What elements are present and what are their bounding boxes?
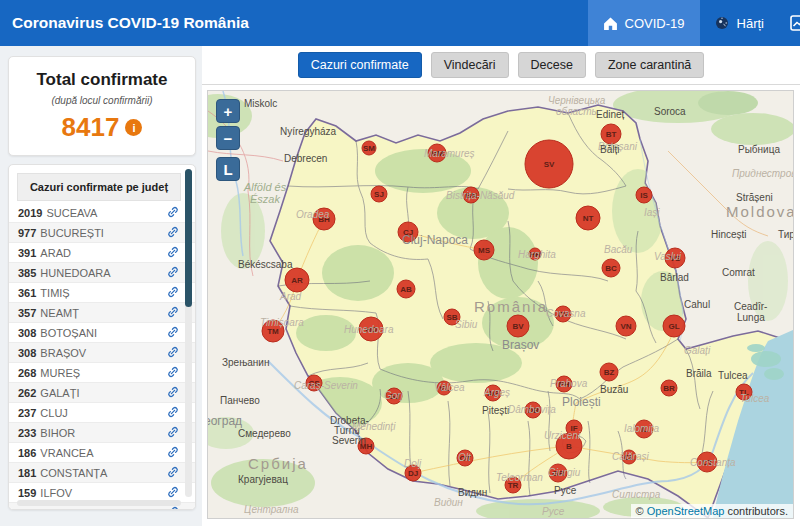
zoom-out-button[interactable]: − xyxy=(216,126,240,150)
map-label: Панчево xyxy=(220,395,260,406)
link-icon[interactable] xyxy=(167,346,179,358)
vertical-scrollbar-thumb[interactable] xyxy=(185,169,192,307)
county-count: 391 xyxy=(18,247,36,259)
navbar: Coronavirus COVID-19 România COVID-19 Hă… xyxy=(0,0,800,46)
link-icon[interactable] xyxy=(167,326,179,338)
map-label: Észak xyxy=(250,193,280,205)
link-icon[interactable] xyxy=(167,446,179,458)
map-label: Caraș-Severin xyxy=(294,380,358,391)
nav-item-label: Hărți xyxy=(737,16,764,31)
county-code-label-BZ: BZ xyxy=(604,368,615,377)
romania-map: SVBTSMMMSJBNISNTBHCJMSHRBCVSARABSBBVCVVN… xyxy=(208,91,794,518)
map-label: Arad xyxy=(279,291,302,302)
link-icon[interactable] xyxy=(167,246,179,258)
vertical-scrollbar[interactable] xyxy=(185,169,192,497)
map-label: Pyce xyxy=(554,485,577,496)
link-icon[interactable] xyxy=(167,486,179,498)
county-code-label-VN: VN xyxy=(620,322,631,331)
app-title: Coronavirus COVID-19 România xyxy=(0,14,249,32)
map-label: Bistrița-Năsăud xyxy=(446,190,515,201)
county-count: 977 xyxy=(18,227,36,239)
map-label: Buzău xyxy=(600,384,628,395)
map-label: Cahul xyxy=(684,299,710,310)
link-icon[interactable] xyxy=(167,286,179,298)
county-code-label-BC: BC xyxy=(605,264,617,273)
county-name: MUREȘ xyxy=(40,367,80,379)
nav-item-covid19[interactable]: COVID-19 xyxy=(588,0,700,46)
map-label: Teleorman xyxy=(496,472,543,483)
link-icon[interactable] xyxy=(167,306,179,318)
link-icon[interactable] xyxy=(167,506,179,510)
layers-button[interactable]: L xyxy=(216,157,240,181)
map-label: Strășeni xyxy=(736,192,773,203)
openstreetmap-link[interactable]: OpenStreetMap xyxy=(647,505,725,517)
link-icon[interactable] xyxy=(167,466,179,478)
map-label: еоград xyxy=(208,414,242,428)
county-name: NEAMȚ xyxy=(40,307,79,319)
county-count: 159 xyxy=(18,487,36,499)
county-code-label-DJ: DJ xyxy=(408,469,418,478)
total-confirmed-card: Total confirmate (după locul confirmării… xyxy=(8,56,196,156)
map-label: область xyxy=(556,106,597,117)
table-row: 391 ARAD xyxy=(9,242,195,262)
county-name: CLUJ xyxy=(40,407,68,419)
table-row: 268 MUREȘ xyxy=(9,362,195,382)
map-label: Moldova xyxy=(726,203,794,220)
map-label: Приднестровья xyxy=(732,168,794,179)
county-name: ALBA xyxy=(40,507,68,511)
map-label: Bacău xyxy=(604,244,633,255)
map-label: Tulcea xyxy=(740,393,770,404)
attribution-suffix: contributors. xyxy=(724,505,788,517)
tab-zone-carantina[interactable]: Zone carantină xyxy=(595,52,704,78)
map-label: Tulcea xyxy=(718,370,748,381)
link-icon[interactable] xyxy=(167,386,179,398)
link-icon[interactable] xyxy=(167,426,179,438)
map-canvas[interactable]: SVBTSMMMSJBNISNTBHCJMSHRBCVSARABSBBVCVVN… xyxy=(207,90,794,519)
table-row: 186 VRANCEA xyxy=(9,442,195,462)
county-table-body: 2019 SUCEAVA 977 BUCUREȘTI 391 ARAD 385 … xyxy=(9,203,195,510)
total-card-subtitle: (după locul confirmării) xyxy=(9,95,195,106)
zoom-in-button[interactable]: + xyxy=(216,99,240,123)
map-label: Bălți xyxy=(600,144,619,155)
county-count: 308 xyxy=(18,347,36,359)
map-label: Argeș xyxy=(483,387,510,398)
navbar-menu: COVID-19 Hărți xyxy=(588,0,800,46)
map-label: Смедерево xyxy=(238,428,291,439)
link-icon[interactable] xyxy=(167,366,179,378)
link-icon[interactable] xyxy=(167,206,179,218)
home-icon xyxy=(603,16,618,31)
tab-vindecari[interactable]: Vindecări xyxy=(431,52,509,78)
county-code-label-SJ: SJ xyxy=(374,190,384,199)
county-count: 262 xyxy=(18,387,36,399)
attribution-prefix: © xyxy=(636,505,647,517)
county-name: BOTOȘANI xyxy=(40,327,97,339)
county-code-label-AR: AR xyxy=(291,276,303,285)
map-label: Dolj xyxy=(404,458,422,469)
nav-item-harti[interactable]: Hărți xyxy=(700,0,779,46)
table-row: 2019 SUCEAVA xyxy=(9,203,195,222)
link-icon[interactable] xyxy=(167,226,179,238)
county-code-label-B: B xyxy=(566,442,572,451)
county-name: BRAȘOV xyxy=(40,347,86,359)
nav-item-charts[interactable] xyxy=(779,0,800,46)
map-label: Рыбница xyxy=(738,144,780,155)
map-label: Severin xyxy=(332,435,366,446)
county-code-label-BR: BR xyxy=(663,384,675,393)
link-icon[interactable] xyxy=(167,406,179,418)
county-name: VRANCEA xyxy=(40,447,93,459)
county-name: GALAȚI xyxy=(40,387,79,399)
table-row: 357 NEAMȚ xyxy=(9,302,195,322)
map-label: Mehedinți xyxy=(352,421,396,432)
tab-decese[interactable]: Decese xyxy=(518,52,586,78)
info-icon[interactable]: i xyxy=(125,119,142,136)
tab-cazuri-confirmate[interactable]: Cazuri confirmate xyxy=(298,52,422,78)
horizontal-scrollbar[interactable] xyxy=(17,500,181,506)
table-row: 308 BRAȘOV xyxy=(9,342,195,362)
map-label: Edineț xyxy=(596,109,625,120)
link-icon[interactable] xyxy=(167,266,179,278)
map-label: Видин xyxy=(434,497,463,508)
county-table-header: Cazuri confirmate pe județ xyxy=(17,173,181,201)
map-label: Debrecen xyxy=(284,153,327,164)
map-label: Békéscsaba xyxy=(238,259,293,270)
county-count: 357 xyxy=(18,307,36,319)
